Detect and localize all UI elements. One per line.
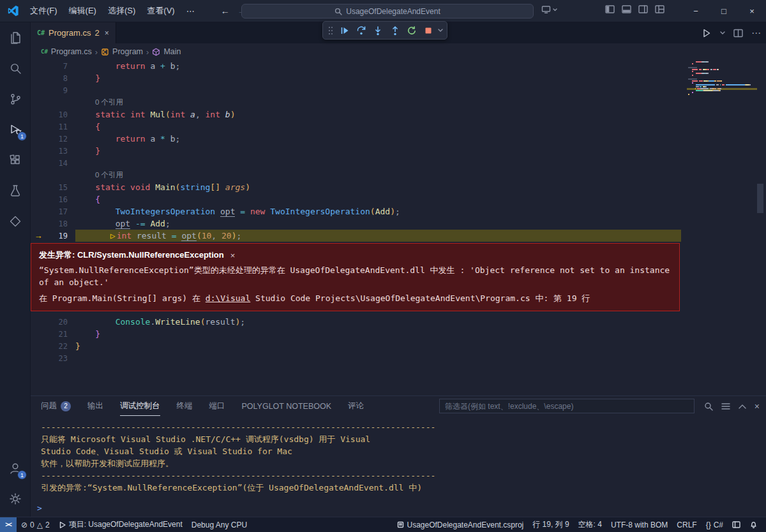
debug-restart-icon[interactable] [405,23,419,38]
code-line-16: 16 { [31,193,766,205]
codelens-references[interactable]: 0 个引用 [75,96,123,108]
settings-button[interactable] [0,484,31,514]
glyph-margin[interactable] [31,108,46,121]
notifications[interactable] [745,517,762,532]
build-config[interactable]: Debug Any CPU [187,517,252,532]
console-prompt[interactable]: > [37,503,42,513]
toggle-panel-icon[interactable] [622,5,631,13]
breadcrumb: C# Program.cs › Program › Main [31,43,766,60]
breadcrumb-file[interactable]: Program.cs [51,47,92,56]
nav-back-icon[interactable]: ← [217,6,234,16]
glyph-margin[interactable] [31,340,46,352]
panel-tab-polyglot-notebook[interactable]: POLYGLOT NOTEBOOK [242,396,332,416]
toggle-secondary-sidebar-icon[interactable] [638,5,648,13]
customize-layout-icon[interactable] [655,5,665,13]
tab-close-icon[interactable]: × [105,29,109,38]
language-mode[interactable]: {} C# [702,517,728,532]
codelens-references[interactable]: 0 个引用 [75,169,123,181]
debug-stop-icon[interactable] [421,23,435,38]
breadcrumb-method[interactable]: Main [163,47,181,56]
exception-close-icon[interactable]: × [230,251,236,260]
glyph-margin[interactable]: → [31,230,46,242]
minimize-button[interactable]: − [682,0,710,22]
sidebar-item-source-control[interactable] [0,84,31,114]
code-editor[interactable]: 7 return a + b;8 }90 个引用10 static int Mu… [31,60,766,395]
glyph-margin[interactable] [31,121,46,133]
monitor-button[interactable] [541,5,557,14]
split-editor-icon[interactable] [733,29,743,38]
problems-status[interactable]: ⊘ 0 △ 2 [17,517,54,532]
glyph-margin[interactable] [31,60,46,72]
panel-tab-debug-console[interactable]: 调试控制台 [120,396,160,416]
command-center[interactable]: UsageOfDelegateAndEvent [241,4,534,18]
menu-view[interactable]: 查看(V) [141,5,180,17]
minimap[interactable] [687,61,757,98]
panel-tab-problems[interactable]: 问题2 [41,396,71,416]
glyph-margin[interactable] [31,169,46,181]
drag-handle[interactable] [327,23,335,38]
breadcrumb-class[interactable]: Program [112,47,143,56]
menu-selection[interactable]: 选择(S) [102,5,141,17]
exception-stack-link[interactable]: d:\Visual [206,293,250,303]
sidebar-item-extension-diamond[interactable] [0,206,31,237]
glyph-margin[interactable] [31,205,46,218]
debug-step-into-icon[interactable] [371,23,385,38]
glyph-margin[interactable] [31,352,46,364]
toggle-sidebar-icon[interactable] [605,5,615,13]
glyph-margin[interactable] [31,72,46,84]
panel-tab-label: 评论 [348,401,364,411]
debug-step-out-icon[interactable] [387,23,402,38]
debug-continue-icon[interactable] [338,23,352,38]
encoding[interactable]: UTF-8 with BOM [606,517,672,532]
sidebar-item-testing[interactable] [0,175,31,206]
scrollbar-thumb[interactable] [757,184,763,213]
account-button[interactable]: 1 [0,453,31,484]
panel-maximize-icon[interactable] [739,404,746,409]
sidebar-item-run-debug[interactable]: 1 [0,114,31,145]
glyph-margin[interactable] [31,96,46,108]
sidebar-item-search[interactable] [0,53,31,84]
remote-indicator[interactable]: >< [0,517,17,532]
glyph-margin[interactable] [31,133,46,145]
glyph-margin[interactable] [31,316,46,328]
glyph-margin[interactable] [31,157,46,169]
console-collapse-icon[interactable] [721,403,730,410]
code-text: return a * b; [75,133,180,145]
glyph-margin[interactable] [31,84,46,96]
glyph-margin[interactable] [31,181,46,193]
run-debug-button[interactable] [702,28,712,38]
run-dropdown-icon[interactable] [720,31,725,35]
indentation[interactable]: 空格: 4 [574,517,606,532]
csproj-status[interactable]: UsageOfDelegateAndEvent.csproj [393,517,528,532]
project-status[interactable]: 项目: UsageOfDelegateAndEvent [54,517,187,532]
tab-label: Program.cs [49,28,91,38]
sidebar-item-explorer[interactable] [0,22,31,53]
menu-edit[interactable]: 编辑(E) [63,5,102,17]
cursor-position[interactable]: 行 19, 列 9 [528,517,573,532]
stop-dropdown-icon[interactable] [438,29,443,33]
glyph-margin[interactable] [31,193,46,205]
glyph-margin[interactable] [31,328,46,340]
glyph-margin[interactable] [31,145,46,157]
panel-tab-comments[interactable]: 评论 [348,396,364,416]
debug-step-over-icon[interactable] [354,23,368,38]
close-window-button[interactable]: × [738,0,766,22]
maximize-button[interactable]: □ [710,0,738,22]
console-search-icon[interactable] [704,402,713,411]
glyph-margin[interactable] [31,218,46,230]
panel-tab-terminal[interactable]: 终端 [177,396,193,416]
project-file-icon [397,521,404,528]
menu-overflow[interactable]: ⋯ [181,6,200,16]
sidebar-item-extensions[interactable] [0,145,31,175]
menu-file[interactable]: 文件(F) [24,5,63,17]
codelens-row: 0 个引用 [31,169,766,181]
line-number: 14 [46,159,68,168]
tab-program-cs[interactable]: C# Program.cs 2 × [31,22,116,43]
panel-tab-ports[interactable]: 端口 [209,396,225,416]
more-actions-icon[interactable]: ⋯ [751,27,761,39]
panel-tab-output[interactable]: 输出 [87,396,103,416]
console-filter-input[interactable] [439,399,695,413]
layout-status[interactable] [728,517,745,532]
eol[interactable]: CRLF [672,517,701,532]
panel-close-icon[interactable]: × [755,401,760,411]
